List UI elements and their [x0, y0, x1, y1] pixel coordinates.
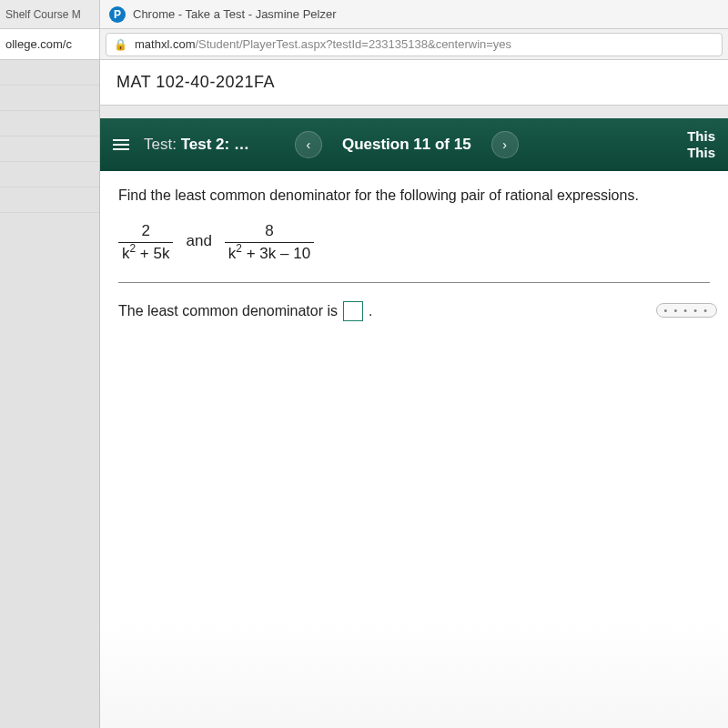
lock-icon: 🔒 [114, 38, 127, 51]
url-text: mathxl.com/Student/PlayerTest.aspx?testI… [135, 37, 511, 51]
answer-label: The least common denominator is [118, 303, 338, 319]
test-header: Test: Test 2: … ‹ Question 11 of 15 › Th… [100, 118, 728, 171]
answer-input[interactable] [343, 301, 363, 321]
and-word: and [186, 232, 211, 252]
bottom-fade [100, 619, 728, 728]
chevron-right-icon: › [502, 137, 507, 152]
question-counter: Question 11 of 15 [342, 136, 471, 154]
expressions-row: 2 k2 + 5k and 8 k2 + 3k – 10 [118, 222, 710, 262]
address-bar[interactable]: 🔒 mathxl.com/Student/PlayerTest.aspx?tes… [106, 33, 723, 56]
fraction-1: 2 k2 + 5k [118, 222, 173, 262]
background-tab-1[interactable]: Shelf Course M [0, 0, 100, 28]
fraction-2-numerator: 8 [261, 222, 277, 242]
hamburger-icon[interactable] [113, 139, 129, 150]
chevron-left-icon: ‹ [307, 137, 311, 152]
left-gutter [0, 60, 100, 728]
spacer-band [100, 106, 728, 118]
os-titlebar: Shelf Course M P Chrome - Take a Test - … [0, 0, 728, 29]
divider-line [118, 282, 710, 283]
course-title: MAT 102-40-2021FA [100, 60, 728, 106]
score-line-2: This [687, 145, 715, 161]
next-question-button[interactable]: › [491, 131, 519, 158]
test-title: Test: Test 2: … [144, 136, 249, 154]
url-path: /Student/PlayerTest.aspx?testId=23313513… [195, 37, 511, 51]
gutter-row [0, 187, 99, 213]
background-tab-2-label: ollege.com/c [5, 37, 72, 51]
score-summary: This This [687, 128, 715, 161]
content-area: MAT 102-40-2021FA Test: Test 2: … ‹ Ques… [100, 60, 728, 728]
window-title: Chrome - Take a Test - Jasmine Pelzer [133, 7, 337, 21]
url-host: mathxl.com [135, 37, 195, 51]
question-body: Find the least common denominator for th… [100, 171, 728, 728]
window-frame: Shelf Course M P Chrome - Take a Test - … [0, 0, 728, 728]
gutter-row [0, 136, 99, 162]
question-prompt: Find the least common denominator for th… [118, 187, 710, 204]
gutter-row [0, 86, 99, 111]
gutter-row [0, 162, 99, 187]
pearson-icon: P [109, 6, 126, 23]
address-bar-row: ollege.com/c 🔒 mathxl.com/Student/Player… [0, 29, 728, 60]
test-label: Test: [144, 136, 177, 153]
pearson-glyph: P [114, 8, 121, 21]
test-name: Test 2: … [181, 136, 249, 153]
score-line-1: This [687, 128, 715, 145]
fraction-2: 8 k2 + 3k – 10 [225, 222, 314, 262]
background-tab-2[interactable]: ollege.com/c [0, 29, 100, 59]
answer-line: The least common denominator is . [118, 301, 710, 321]
fraction-1-denominator: k2 + 5k [118, 242, 173, 263]
gutter-row [0, 111, 99, 136]
window-title-area: P Chrome - Take a Test - Jasmine Pelzer [100, 6, 337, 23]
background-tab-1-label: Shelf Course M [5, 8, 81, 21]
answer-period: . [369, 303, 372, 319]
gutter-row [0, 60, 99, 86]
fraction-1-numerator: 2 [138, 222, 154, 242]
prev-question-button[interactable]: ‹ [295, 131, 322, 158]
resize-handle[interactable]: • • • • • [656, 303, 717, 318]
fraction-2-denominator: k2 + 3k – 10 [225, 242, 314, 263]
